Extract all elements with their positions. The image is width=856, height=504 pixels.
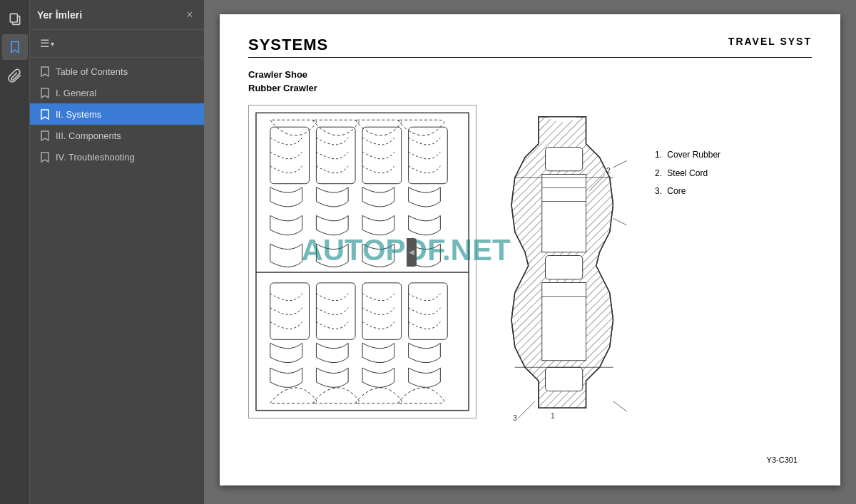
legend-label-2: Steel Cord [667,168,708,178]
svg-text:1: 1 [551,412,555,420]
main-content: AUTOPDF.NET SYSTEMS TRAVEL SYST Crawler … [204,0,856,504]
svg-text:3: 3 [513,414,517,422]
legend-number-2: 2. [655,168,662,178]
sidebar-item-troubleshooting[interactable]: IV. Troubleshooting [30,146,204,168]
legend-item-3: 3. Core [655,184,720,200]
crawler-shoe-diagram [248,105,477,418]
rubber-crawler-drawing: 3 2 1 [498,105,641,450]
pdf-page: AUTOPDF.NET SYSTEMS TRAVEL SYST Crawler … [220,14,840,485]
legend-label-3: Core [667,186,686,196]
legend-label-1: Cover Rubber [667,150,720,160]
sidebar-item-label-general: I. General [56,88,96,98]
legend-number-1: 1. [655,150,662,160]
page-section-title: TRAVEL SYST [728,36,812,47]
close-button[interactable]: × [183,8,197,22]
sidebar-item-systems[interactable]: II. Systems [30,103,204,125]
sidebar-item-label-toc: Table of Contents [56,66,128,77]
sidebar-item-label-components: III. Components [56,130,121,141]
bookmark-icon-troubleshooting [40,151,50,163]
menu-icon: ☰ [40,37,49,50]
bookmark-list: Table of Contents I. General II. Systems… [30,58,204,504]
bookmark-icon-systems [40,108,50,120]
collapse-arrow-icon: ◀ [409,248,414,256]
svg-rect-15 [546,148,583,171]
svg-rect-18 [542,175,586,252]
legend-item-1: 1. Cover Rubber [655,148,720,163]
legend-item-2: 2. Steel Cord [655,166,720,182]
copy-icon[interactable] [2,6,28,31]
svg-text:2: 2 [606,167,611,175]
bookmark-icon-components [40,130,50,141]
page-title: SYSTEMS [248,36,328,54]
doc-subtitle2: Rubber Crawler [248,83,812,93]
figures-row: 3 2 1 [248,105,812,450]
collapse-handle[interactable]: ◀ [407,238,417,267]
page-header: SYSTEMS TRAVEL SYST [248,36,812,58]
bookmark-icon-general [40,87,50,98]
legend-list: 1. Cover Rubber 2. Steel Cord 3. Core [655,148,720,202]
sidebar-panel: Yer İmleri × ☰ ▾ Table of Contents I. Ge… [30,0,204,504]
bookmark-panel-icon[interactable] [2,34,28,60]
sidebar-item-toc[interactable]: Table of Contents [30,61,204,82]
svg-rect-16 [546,256,583,279]
left-toolbar [0,0,30,504]
figure-right: 3 2 1 [498,105,812,450]
svg-line-32 [613,401,627,411]
sidebar-item-components[interactable]: III. Components [30,125,204,146]
sidebar-item-label-systems: II. Systems [56,109,101,120]
svg-rect-17 [546,367,583,391]
figure-left [248,105,477,421]
doc-subtitle1: Crawler Shoe [248,69,812,80]
svg-rect-19 [542,283,586,361]
sidebar-item-general[interactable]: I. General [30,82,204,103]
svg-line-31 [613,218,627,225]
sidebar-item-label-troubleshooting: IV. Troubleshooting [56,152,135,163]
attachment-icon[interactable] [2,63,28,88]
svg-line-30 [613,161,627,168]
sidebar-header: Yer İmleri × [30,0,204,30]
bookmark-icon-toc [40,66,50,77]
svg-rect-1 [10,14,17,22]
sidebar-toolbar: ☰ ▾ [30,30,204,58]
dropdown-arrow-icon: ▾ [51,40,54,48]
svg-line-26 [519,401,536,418]
figure-caption: Y3-C301 [767,456,798,464]
sidebar-menu-button[interactable]: ☰ ▾ [36,34,58,53]
legend-number-3: 3. [655,186,662,196]
sidebar-title: Yer İmleri [37,9,82,21]
